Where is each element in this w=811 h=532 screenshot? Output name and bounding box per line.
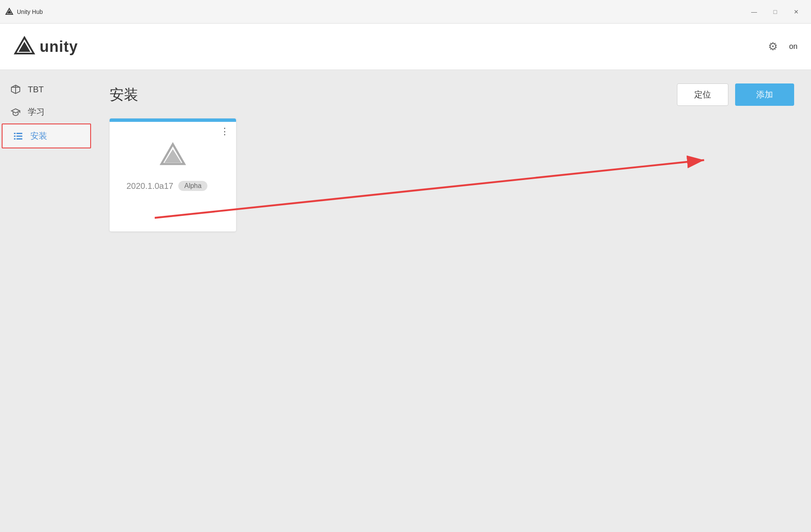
svg-rect-4 <box>14 133 16 134</box>
alpha-badge: Alpha <box>178 181 207 191</box>
graduation-icon <box>10 107 21 117</box>
svg-rect-7 <box>16 135 22 137</box>
svg-rect-9 <box>16 138 22 140</box>
card-menu-button[interactable]: ⋮ <box>220 127 229 136</box>
title-bar-left: Unity Hub <box>5 8 43 16</box>
sidebar-item-install[interactable]: 安装 <box>2 124 91 148</box>
cube-icon <box>10 84 21 94</box>
svg-rect-6 <box>14 135 16 137</box>
header-right: ⚙ on <box>765 39 798 54</box>
page-actions: 定位 添加 <box>677 83 794 106</box>
logo-text: unity <box>40 38 78 56</box>
minimize-button[interactable]: — <box>744 5 764 19</box>
sidebar-item-learn[interactable]: 学习 <box>0 100 93 124</box>
card-body: 2020.1.0a17 Alpha <box>110 122 236 231</box>
title-bar-controls: — □ ✕ <box>744 5 806 19</box>
sidebar: TBT 学习 <box>0 70 93 532</box>
sidebar-install-label: 安装 <box>30 130 47 142</box>
maximize-button[interactable]: □ <box>765 5 785 19</box>
settings-icon[interactable]: ⚙ <box>765 39 781 54</box>
title-bar: Unity Hub — □ ✕ <box>0 0 811 24</box>
card-version-row: 2020.1.0a17 Alpha <box>118 181 207 191</box>
page-header: 安装 定位 添加 <box>110 83 794 106</box>
list-icon <box>13 131 24 141</box>
unity-logo-icon <box>13 36 35 58</box>
content-area: 安装 定位 添加 ⋮ 2020.1.0a17 <box>93 70 811 532</box>
main-layout: TBT 学习 <box>0 70 811 532</box>
svg-rect-8 <box>14 138 16 140</box>
svg-rect-5 <box>16 133 22 134</box>
add-button[interactable]: 添加 <box>735 83 794 106</box>
card-top-bar <box>110 118 236 122</box>
unity-card-logo <box>156 139 190 172</box>
locate-button[interactable]: 定位 <box>677 83 728 106</box>
unity-logo-small <box>5 8 13 16</box>
sidebar-item-tbt[interactable]: TBT <box>0 78 93 100</box>
page-title: 安装 <box>110 85 138 105</box>
close-button[interactable]: ✕ <box>787 5 806 19</box>
header-logo: unity <box>13 36 78 58</box>
installations-grid: ⋮ 2020.1.0a17 Alpha <box>110 118 794 231</box>
sidebar-learn-label: 学习 <box>28 106 45 118</box>
sidebar-tbt-label: TBT <box>28 85 44 94</box>
app-header: unity ⚙ on <box>0 24 811 70</box>
window-title: Unity Hub <box>17 8 43 15</box>
version-card: ⋮ 2020.1.0a17 Alpha <box>110 118 236 231</box>
version-number: 2020.1.0a17 <box>126 181 173 191</box>
header-on-label: on <box>789 42 798 51</box>
